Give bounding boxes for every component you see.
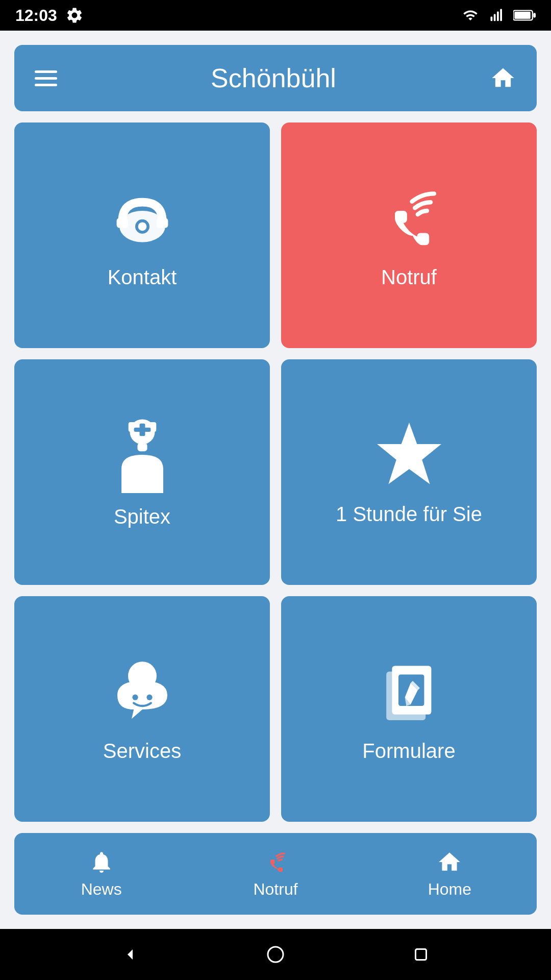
news-nav-label: News	[81, 880, 122, 899]
spitex-label: Spitex	[114, 505, 170, 528]
nav-notruf[interactable]: Notruf	[188, 849, 362, 899]
svg-rect-2	[497, 12, 499, 21]
svg-rect-16	[137, 443, 147, 451]
svg-rect-11	[157, 218, 168, 228]
services-label: Services	[103, 740, 181, 763]
svg-point-25	[268, 947, 283, 962]
notruf-label: Notruf	[381, 266, 437, 289]
svg-rect-6	[533, 13, 536, 17]
header: Schönbühl	[14, 45, 537, 111]
notruf-nav-label: Notruf	[253, 880, 297, 899]
emergency-phone-icon	[373, 182, 445, 254]
hamburger-line-1	[35, 70, 57, 73]
kontakt-label: Kontakt	[108, 266, 177, 289]
stunde-label: 1 Stunde für Sie	[336, 503, 482, 526]
svg-point-20	[146, 694, 152, 700]
formulare-label: Formulare	[362, 740, 455, 763]
main-grid: Kontakt Notruf	[0, 111, 551, 833]
menu-button[interactable]	[35, 70, 57, 86]
app-container: Schönbühl Kontakt	[0, 31, 551, 929]
phone-icon	[107, 182, 178, 254]
bottom-navigation: News Notruf Home	[14, 833, 537, 915]
hamburger-line-2	[35, 77, 57, 80]
gear-icon	[65, 6, 84, 24]
bell-icon	[89, 849, 114, 875]
back-button[interactable]	[115, 939, 145, 970]
svg-rect-26	[416, 949, 427, 960]
hamburger-line-3	[35, 84, 57, 86]
stunde-button[interactable]: 1 Stunde für Sie	[281, 359, 537, 585]
home-button[interactable]	[490, 65, 516, 91]
svg-point-9	[138, 222, 146, 231]
formulare-button[interactable]: Formulare	[281, 596, 537, 822]
services-button[interactable]: Services	[14, 596, 270, 822]
battery-icon	[513, 8, 536, 23]
spitex-button[interactable]: Spitex	[14, 359, 270, 585]
emergency-phone-nav-icon	[263, 849, 288, 875]
svg-marker-17	[377, 423, 441, 484]
kontakt-button[interactable]: Kontakt	[14, 122, 270, 348]
svg-rect-15	[134, 427, 151, 431]
svg-rect-1	[494, 14, 496, 21]
svg-rect-0	[491, 17, 493, 21]
home-system-button[interactable]	[260, 939, 291, 970]
home-nav-label: Home	[428, 880, 471, 899]
app-title: Schönbühl	[211, 63, 336, 93]
status-time: 12:03	[15, 6, 57, 25]
svg-rect-10	[116, 218, 128, 228]
svg-rect-3	[500, 9, 502, 21]
nav-news[interactable]: News	[14, 849, 188, 899]
star-icon	[373, 419, 445, 491]
form-icon	[373, 656, 445, 727]
signal-icon	[488, 8, 506, 23]
notruf-button[interactable]: Notruf	[281, 122, 537, 348]
svg-marker-24	[128, 949, 133, 960]
recents-button[interactable]	[406, 939, 436, 970]
nav-home[interactable]: Home	[363, 849, 537, 899]
status-bar: 12:03	[0, 0, 551, 31]
system-navigation	[0, 929, 551, 980]
chat-icon	[107, 656, 178, 727]
svg-point-19	[132, 694, 138, 700]
nurse-icon	[107, 416, 178, 493]
svg-rect-5	[514, 12, 530, 19]
wifi-icon	[460, 8, 481, 23]
home-nav-icon	[437, 849, 462, 875]
